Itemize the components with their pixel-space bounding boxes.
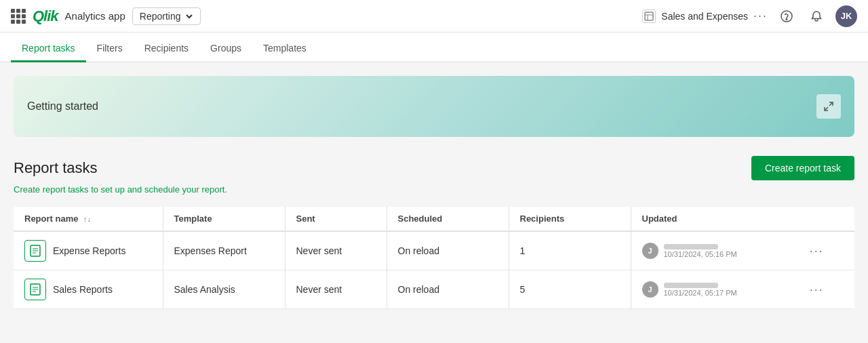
main-content: Getting started Report tasks Create repo… xyxy=(0,62,868,323)
center-app-name: Sales and Expenses xyxy=(661,11,748,22)
qlik-logo: Qlik xyxy=(33,7,58,25)
sort-icon[interactable]: ↑↓ xyxy=(83,215,91,223)
tab-groups[interactable]: Groups xyxy=(199,36,252,62)
user-avatar[interactable]: JK xyxy=(835,5,857,27)
row-actions-1[interactable]: ··· xyxy=(807,280,827,299)
tab-bar: Report tasks Filters Recipients Groups T… xyxy=(0,33,868,62)
cell-template-1: Sales Analysis xyxy=(163,270,285,309)
cell-name-0: Expense Reports xyxy=(14,231,163,270)
cell-actions-0: ··· xyxy=(796,231,854,270)
reporting-dropdown-label: Reporting xyxy=(140,11,181,22)
col-scheduled: Scheduled xyxy=(387,207,509,231)
report-name-0: Expense Reports xyxy=(53,245,125,256)
cell-sent-0: Never sent xyxy=(285,231,387,270)
tab-filters[interactable]: Filters xyxy=(86,36,134,62)
tab-report-tasks[interactable]: Report tasks xyxy=(11,36,86,62)
user-name-blur-1 xyxy=(664,283,718,288)
user-avatar-0: J xyxy=(642,243,658,259)
notifications-icon[interactable] xyxy=(806,5,827,27)
table-row: Expense Reports Expenses Report Never se… xyxy=(14,231,854,270)
user-name-blur-0 xyxy=(664,244,718,249)
cell-template-0: Expenses Report xyxy=(163,231,285,270)
help-icon[interactable] xyxy=(776,5,797,27)
user-info-1: 10/31/2024, 05:17 PM xyxy=(664,283,737,297)
app-sheet-icon xyxy=(642,9,656,23)
create-report-task-button[interactable]: Create report task xyxy=(751,156,854,180)
report-tasks-table: Report name ↑↓ Template Sent Scheduled R… xyxy=(14,207,854,309)
row-actions-0[interactable]: ··· xyxy=(807,241,827,260)
svg-rect-0 xyxy=(645,12,653,20)
banner-title: Getting started xyxy=(27,100,98,113)
expand-icon xyxy=(823,101,834,112)
cell-actions-1: ··· xyxy=(796,270,854,309)
cell-scheduled-1: On reload xyxy=(387,270,509,309)
report-icon-0 xyxy=(24,240,46,262)
col-updated: Updated xyxy=(631,207,796,231)
report-icon-1 xyxy=(24,279,46,300)
user-date-1: 10/31/2024, 05:17 PM xyxy=(664,289,737,297)
top-nav: Qlik Analytics app Reporting Sales and E… xyxy=(0,0,868,33)
center-nav: Sales and Expenses ··· xyxy=(642,9,768,23)
nav-right: JK xyxy=(776,5,857,27)
section-subtitle: Create report tasks to set up and schedu… xyxy=(14,184,854,195)
cell-sent-1: Never sent xyxy=(285,270,387,309)
section-header: Report tasks Create report task xyxy=(14,156,854,180)
center-app-more-icon[interactable]: ··· xyxy=(753,9,768,23)
user-info-0: 10/31/2024, 05:16 PM xyxy=(664,244,737,258)
grid-icon[interactable] xyxy=(11,9,26,24)
col-template: Template xyxy=(163,207,285,231)
report-name-1: Sales Reports xyxy=(53,284,113,295)
col-recipients: Recipients xyxy=(509,207,631,231)
table-row: Sales Reports Sales Analysis Never sent … xyxy=(14,270,854,309)
reporting-dropdown[interactable]: Reporting xyxy=(132,7,201,25)
user-date-0: 10/31/2024, 05:16 PM xyxy=(664,250,737,258)
cell-recipients-1: 5 xyxy=(509,270,631,309)
table-header-row: Report name ↑↓ Template Sent Scheduled R… xyxy=(14,207,854,231)
cell-scheduled-0: On reload xyxy=(387,231,509,270)
cell-updated-1: J 10/31/2024, 05:17 PM xyxy=(631,270,796,309)
user-avatar-1: J xyxy=(642,281,658,298)
cell-recipients-0: 1 xyxy=(509,231,631,270)
col-sent: Sent xyxy=(285,207,387,231)
tab-templates[interactable]: Templates xyxy=(252,36,317,62)
getting-started-banner: Getting started xyxy=(14,76,854,137)
nav-left: Qlik Analytics app Reporting xyxy=(11,7,634,25)
chevron-down-icon xyxy=(185,12,193,20)
cell-name-1: Sales Reports xyxy=(14,270,163,309)
col-report-name: Report name ↑↓ xyxy=(14,207,163,231)
cell-updated-0: J 10/31/2024, 05:16 PM xyxy=(631,231,796,270)
app-name-label: Analytics app xyxy=(65,10,125,22)
tab-recipients[interactable]: Recipients xyxy=(134,36,199,62)
svg-point-4 xyxy=(786,18,787,20)
col-actions xyxy=(796,207,854,231)
expand-banner-button[interactable] xyxy=(816,94,841,119)
section-title: Report tasks xyxy=(14,159,98,177)
